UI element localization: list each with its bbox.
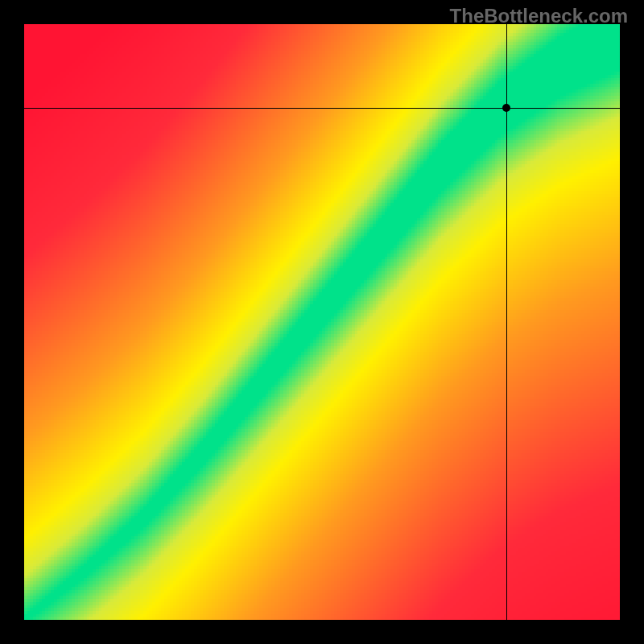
crosshair-vertical [506, 24, 507, 620]
chart-container: TheBottleneck.com [0, 0, 644, 644]
watermark-label: TheBottleneck.com [450, 5, 628, 27]
crosshair-marker [502, 104, 510, 112]
heatmap-canvas [24, 24, 620, 620]
crosshair-horizontal [24, 108, 620, 109]
